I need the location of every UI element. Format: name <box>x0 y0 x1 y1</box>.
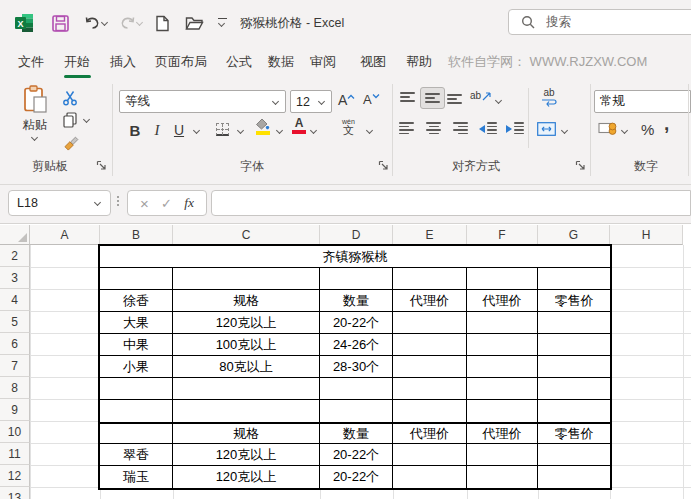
row-header-10[interactable]: 10 <box>0 421 30 443</box>
font-size-chevron-icon[interactable] <box>318 98 326 106</box>
row-header-11[interactable]: 11 <box>0 443 30 465</box>
middle-align-button-selected[interactable] <box>420 87 445 109</box>
row-header-3[interactable]: 3 <box>0 267 30 289</box>
menu-home[interactable]: 开始 <box>64 53 90 71</box>
fill-color-button[interactable] <box>255 118 270 135</box>
cell[interactable] <box>320 268 393 290</box>
merge-center-button[interactable] <box>537 122 556 136</box>
align-center-button[interactable] <box>426 121 441 135</box>
cell[interactable] <box>100 268 173 290</box>
cell[interactable] <box>393 356 467 378</box>
row-header-9[interactable]: 9 <box>0 399 30 421</box>
cell[interactable]: 代理价 <box>393 290 467 312</box>
cell[interactable] <box>173 400 320 422</box>
insert-function-icon[interactable]: fx <box>184 195 194 211</box>
cell[interactable]: 120克以上 <box>173 444 320 466</box>
cell[interactable]: 徐香 <box>100 290 173 312</box>
customize-qat-button[interactable] <box>212 11 232 35</box>
cell[interactable]: 120克以上 <box>173 312 320 334</box>
cell[interactable] <box>320 378 393 400</box>
bold-button[interactable]: B <box>126 120 144 140</box>
cell[interactable] <box>538 400 610 422</box>
cell[interactable] <box>393 312 467 334</box>
menu-insert[interactable]: 插入 <box>110 53 136 71</box>
cell[interactable]: 翠香 <box>100 444 173 466</box>
cell[interactable] <box>538 312 610 334</box>
cell[interactable] <box>538 444 610 466</box>
cell[interactable] <box>100 378 173 400</box>
column-header-B[interactable]: B <box>100 225 173 245</box>
font-color-chevron-icon[interactable] <box>310 127 318 135</box>
row-header-4[interactable]: 4 <box>0 289 30 311</box>
underline-button[interactable]: U <box>171 120 187 140</box>
save-button[interactable] <box>48 11 72 35</box>
decrease-indent-button[interactable] <box>479 121 497 135</box>
cell[interactable] <box>467 466 538 488</box>
name-box[interactable]: L18 <box>8 190 111 216</box>
phonetic-guide-button[interactable]: wén 文 <box>342 118 355 136</box>
open-file-button[interactable] <box>182 11 206 35</box>
column-header-A[interactable]: A <box>30 225 100 245</box>
cell[interactable]: 代理价 <box>467 290 538 312</box>
cell[interactable] <box>320 400 393 422</box>
italic-button[interactable]: I <box>150 120 164 140</box>
cell[interactable] <box>538 356 610 378</box>
align-left-button[interactable] <box>399 121 414 135</box>
number-format-combo[interactable]: 常规 <box>594 90 691 113</box>
cell[interactable]: 数量 <box>320 422 393 444</box>
clipboard-dialog-launcher[interactable] <box>96 159 108 171</box>
decrease-font-button[interactable]: A <box>363 92 380 107</box>
column-header-G[interactable]: G <box>538 225 610 245</box>
cell[interactable]: 数量 <box>320 290 393 312</box>
column-header-H[interactable]: H <box>610 225 683 245</box>
cell[interactable] <box>467 400 538 422</box>
bottom-align-button[interactable] <box>447 91 462 105</box>
cell[interactable] <box>393 466 467 488</box>
cell[interactable]: 80克以上 <box>173 356 320 378</box>
cell[interactable]: 20-22个 <box>320 444 393 466</box>
cell[interactable]: 28-30个 <box>320 356 393 378</box>
row-header-7[interactable]: 7 <box>0 355 30 377</box>
fill-color-chevron-icon[interactable] <box>276 127 284 135</box>
column-header-F[interactable]: F <box>467 225 538 245</box>
borders-chevron-icon[interactable] <box>237 127 245 135</box>
increase-indent-button[interactable] <box>506 121 524 135</box>
cell[interactable]: 大果 <box>100 312 173 334</box>
cell[interactable]: 零售价 <box>538 290 610 312</box>
cell[interactable]: 瑞玉 <box>100 466 173 488</box>
cut-button[interactable] <box>62 90 78 106</box>
row-header-2[interactable]: 2 <box>0 245 30 267</box>
increase-font-button[interactable]: A <box>338 92 355 108</box>
menu-data[interactable]: 数据 <box>268 53 294 71</box>
menu-formulas[interactable]: 公式 <box>226 53 252 71</box>
font-size-combo[interactable]: 12 <box>290 90 332 113</box>
table-title-cell[interactable]: 齐镇猕猴桃 <box>100 246 610 268</box>
cell[interactable]: 规格 <box>173 290 320 312</box>
cell[interactable] <box>173 268 320 290</box>
orientation-chevron-icon[interactable] <box>495 97 503 105</box>
wrap-text-button[interactable]: ab <box>541 88 557 107</box>
cell[interactable] <box>100 400 173 422</box>
cell[interactable] <box>393 334 467 356</box>
cell[interactable]: 代理价 <box>393 422 467 444</box>
cell[interactable]: 中果 <box>100 334 173 356</box>
font-name-combo[interactable]: 等线 <box>119 90 286 113</box>
underline-chevron-icon[interactable] <box>193 127 201 135</box>
font-color-button[interactable]: A <box>292 118 306 134</box>
menu-page-layout[interactable]: 页面布局 <box>155 53 207 71</box>
orientation-button[interactable]: ab <box>470 90 493 102</box>
row-header-8[interactable]: 8 <box>0 377 30 399</box>
top-align-button[interactable] <box>400 91 415 105</box>
menu-view[interactable]: 视图 <box>360 53 386 71</box>
row-header-5[interactable]: 5 <box>0 311 30 333</box>
cell[interactable]: 代理价 <box>467 422 538 444</box>
cell[interactable] <box>393 444 467 466</box>
accounting-format-button[interactable] <box>598 121 617 136</box>
select-all-corner[interactable] <box>0 225 30 245</box>
search-input[interactable] <box>544 14 668 30</box>
cell[interactable] <box>173 378 320 400</box>
percent-style-button[interactable]: % <box>641 121 654 138</box>
accounting-chevron-icon[interactable] <box>621 127 629 135</box>
cell[interactable] <box>467 268 538 290</box>
formula-input[interactable] <box>211 190 691 216</box>
